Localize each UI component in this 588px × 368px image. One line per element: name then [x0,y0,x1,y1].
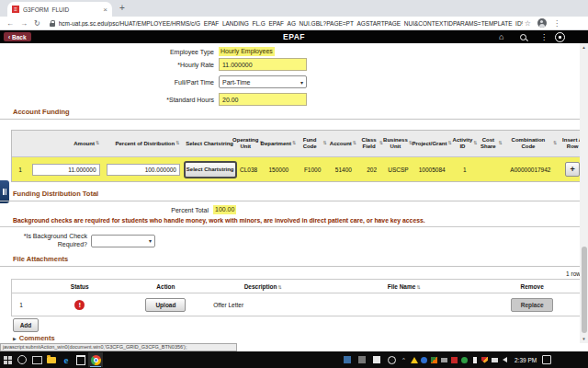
tray-warning-icon[interactable] [409,352,419,367]
insert-row-button[interactable]: + [565,162,580,177]
new-tab-button[interactable]: + [119,3,125,13]
upload-button[interactable]: Upload [145,298,186,312]
col-fund-code[interactable]: Fund Code⇅ [297,131,328,156]
chrome-icon[interactable] [88,352,103,367]
taskbar-clock[interactable]: 2:39 PM [514,357,537,363]
tab-close-icon[interactable]: × [103,6,107,14]
tray-network-icon[interactable] [490,352,500,367]
tray-app-icon-green-circle[interactable] [459,352,469,367]
taskbar-app-icon[interactable] [384,352,399,367]
expand-arrow-icon: ▶ [13,336,17,341]
bg-check-select[interactable]: ▾ [91,235,155,247]
full-part-time-label: Full/Part Time [0,79,219,86]
tray-app-icon-red[interactable] [449,352,459,367]
tray-monitor-icon[interactable] [439,352,449,367]
activity-id-value: 1 [452,167,478,173]
col-percent[interactable]: Percent of Distribution⇅ [103,131,183,156]
profile-avatar[interactable] [537,18,547,28]
tray-shield-icon[interactable] [480,352,490,367]
vertical-scrollbar[interactable]: ▲ ▼ [580,43,588,343]
file-explorer-icon[interactable] [44,352,59,367]
task-view-icon[interactable] [29,352,44,367]
tray-app-icon-blue[interactable] [419,352,429,367]
class-field-value: 202 [359,167,385,173]
back-button[interactable]: ‹ Back [4,32,31,41]
col-action: Action [130,283,203,290]
add-attachment-button[interactable]: Add [13,318,39,332]
tray-volume-icon[interactable] [500,352,510,367]
percent-field[interactable]: 100.000000 [107,164,180,176]
store-icon[interactable] [74,352,88,367]
bg-check-row: *Is Background Check Required? ▾ [0,233,155,249]
taskbar-app-icon[interactable] [355,352,369,367]
attachment-row: 1 ! Upload Offer Letter Replace [12,293,580,316]
select-chartstring-button[interactable]: Select Chartstring [184,161,237,178]
tray-app-icon-green[interactable] [429,352,439,367]
browser-tab[interactable]: ≡ G3FORM_FLUID × [7,2,112,17]
employee-type-label: Employee Type [0,49,219,55]
percent-total-label: Percent Total [0,207,213,213]
browser-tab-strip: ≡ G3FORM_FLUID × + [0,0,588,17]
account-funding-grid: Amount⇅ Percent of Distribution⇅ Select … [11,130,588,182]
replace-button[interactable]: Replace [511,298,553,312]
taskbar-app-icon[interactable] [369,352,384,367]
col-activity-id[interactable]: Activity ID⇅ [452,131,478,156]
col-file-name[interactable]: File Name⇅ [323,283,484,290]
url-field[interactable]: hcm-uat.ps.sc.edu/psc/HUAT/EMPLOYEE/HRMS… [59,20,523,27]
windows-taskbar: e ^ 2:39 PM [0,351,588,368]
action-center-icon[interactable] [541,352,551,367]
col-remove: Remove [484,283,580,290]
chevron-down-icon: ▾ [300,79,303,86]
col-description[interactable]: Description⇅ [202,283,323,290]
status-bar-link-preview: javascript:submitAction_win0(document.wi… [0,343,237,351]
combination-code-value: A00000017942 [503,167,559,173]
col-class-field[interactable]: Class Field⇅ [358,131,384,156]
comments-toggle[interactable]: ▶ Comments [13,334,55,342]
col-cost-share[interactable]: Cost Share⇅ [478,131,503,156]
hourly-rate-field[interactable]: 11.000000 [219,58,307,71]
browser-menu-icon[interactable]: ⋮ [553,19,560,28]
show-hidden-icons[interactable]: ^ [399,352,409,367]
col-amount[interactable]: Amount⇅ [28,131,103,156]
section-account-funding: Account Funding [0,108,581,120]
screen: ≡ G3FORM_FLUID × + ← → ↻ hcm-uat.ps.sc.e… [0,0,588,368]
funding-grid-row: 1 11.000000 100.000000 Select Chartstrin… [12,157,587,181]
percent-total-row: Percent Total 100.00 [0,205,236,214]
back-nav-icon[interactable]: ← [6,19,14,28]
funding-grid-header: Amount⇅ Percent of Distribution⇅ Select … [12,131,587,157]
content-area: Employee Type Hourly Employees *Hourly R… [0,43,588,343]
col-business-unit[interactable]: Business Unit⇅ [384,131,412,156]
col-operating-unit[interactable]: Operating Unit⇅ [236,131,260,156]
business-unit-value: USCSP [385,167,413,173]
full-part-time-select[interactable]: Part-Time ▾ [219,75,307,88]
actions-menu-icon[interactable]: ⋮ [540,32,548,42]
bg-check-label: *Is Background Check Required? [0,233,91,249]
fund-code-value: F1000 [297,167,328,173]
forward-nav-icon[interactable]: → [20,19,28,28]
amount-field[interactable]: 11.000000 [32,164,100,176]
col-department[interactable]: Department⇅ [260,131,297,156]
col-account[interactable]: Account⇅ [328,131,359,156]
hourly-rate-label: *Hourly Rate [0,62,219,68]
taskbar-app-icon[interactable] [340,352,355,367]
bookmark-star-icon[interactable]: ☆ [525,19,531,28]
status-alert-icon: ! [74,300,85,310]
sort-icon: ⇅ [277,284,281,290]
cortana-icon[interactable] [15,352,29,367]
reload-icon[interactable]: ↻ [34,19,40,28]
sort-icon: ⇅ [416,284,420,290]
scroll-down-icon[interactable]: ▼ [580,335,588,343]
search-icon[interactable] [520,34,526,40]
standard-hours-field[interactable]: 20.00 [219,93,307,106]
edge-icon[interactable]: e [59,352,74,367]
navbar-icon[interactable] [555,32,565,42]
col-combination-code[interactable]: Combination Code⇅ [503,131,558,156]
col-project-grant[interactable]: Project/Grant⇅ [412,131,452,156]
attachment-description: Offer Letter [202,302,323,308]
tab-favicon-icon: ≡ [12,6,19,13]
tray-phone-icon[interactable] [469,352,480,367]
start-button[interactable] [0,352,15,367]
scrollbar-thumb[interactable] [582,247,587,333]
home-icon[interactable]: ⌂ [499,32,503,41]
scroll-up-icon[interactable]: ▲ [580,43,588,52]
